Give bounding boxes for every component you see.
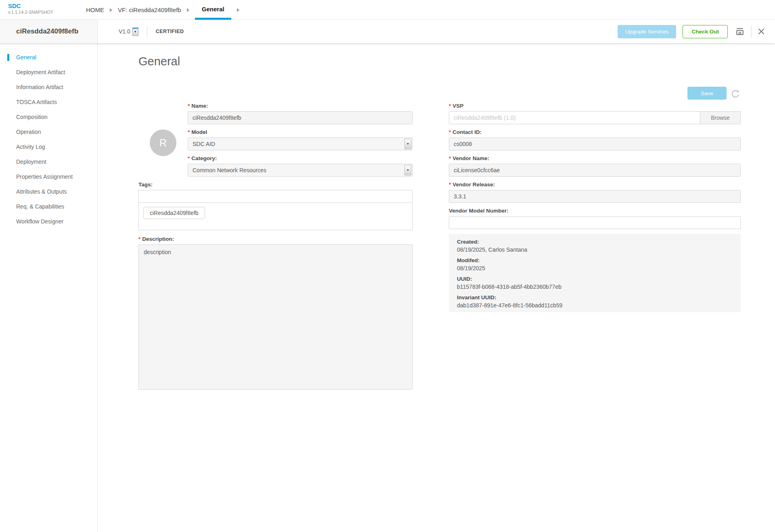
sidebar-item-deployment[interactable]: Deployment — [0, 154, 97, 169]
sidebar-item-tosca-artifacts[interactable]: TOSCA Artifacts — [0, 95, 97, 110]
created-label: Created: — [457, 239, 733, 245]
model-label: *Model — [188, 129, 413, 135]
contact-id-input[interactable] — [449, 138, 741, 150]
vendor-model-number-field-group: Vendor Model Number: — [449, 208, 741, 229]
breadcrumb-arrow-icon — [187, 8, 189, 12]
breadcrumb-home[interactable]: HOME — [86, 6, 104, 13]
version-select[interactable] — [132, 27, 138, 36]
brand-version: v.1.1.14.2-SNAPSHOT — [8, 10, 53, 15]
sidebar-item-properties-assignment[interactable]: Properties Assignment — [0, 169, 97, 184]
required-star: * — [188, 129, 190, 135]
description-label: *Description: — [138, 236, 413, 242]
tag-chip[interactable]: ciResdda2409f8efb — [143, 207, 205, 219]
vsp-field-group: *VSP Browse — [449, 103, 741, 124]
brand-title: SDC — [8, 2, 53, 10]
vsp-row: Browse — [449, 111, 741, 124]
name-input[interactable] — [188, 111, 413, 124]
version-label: V1.0 — [119, 28, 130, 35]
breadcrumb-arrow-icon — [237, 8, 239, 12]
name-field-group: *Name: — [188, 103, 413, 124]
divider — [751, 25, 752, 38]
vendor-release-field-group: *Vendor Release: — [449, 182, 741, 203]
top-nav: SDC v.1.1.14.2-SNAPSHOT HOME VF: ciResdd… — [0, 0, 775, 20]
required-star: * — [449, 182, 451, 188]
avatar: R — [150, 129, 176, 156]
tags-input[interactable] — [139, 190, 412, 203]
save-button[interactable]: Save — [687, 87, 727, 100]
invariant-uuid-label: Invariant UUID: — [457, 294, 733, 300]
entity-name: ciResdda2409f8efb — [0, 20, 98, 43]
breadcrumb-arrow-icon — [110, 8, 112, 12]
page-title: General — [138, 53, 180, 69]
tags-label: Tags: — [138, 182, 413, 188]
lifecycle-state-badge: CERTIFIED — [156, 29, 184, 34]
chevron-down-icon[interactable] — [404, 139, 411, 149]
breadcrumb-vf[interactable]: VF: ciResdda2409f8efb — [118, 6, 181, 13]
model-select[interactable]: SDC AID — [188, 138, 413, 150]
required-star: * — [138, 236, 140, 242]
sidebar-item-workflow-designer[interactable]: Workflow Designer — [0, 214, 97, 229]
modified-value: 08/19/2025 — [457, 265, 733, 271]
sidebar-item-attributes-outputs[interactable]: Attributes & Outputs — [0, 184, 97, 199]
uuid-label: UUID: — [457, 276, 733, 282]
tags-box: ciResdda2409f8efb — [138, 190, 413, 230]
sdc-logo[interactable]: SDC v.1.1.14.2-SNAPSHOT — [8, 2, 53, 15]
vendor-name-label: *Vendor Name: — [449, 155, 741, 161]
sidebar-item-composition[interactable]: Composition — [0, 110, 97, 125]
vendor-release-label: *Vendor Release: — [449, 182, 741, 188]
sidebar-item-general[interactable]: General — [0, 50, 97, 65]
vendor-model-number-input[interactable] — [449, 216, 741, 229]
sidebar-item-deployment-artifact[interactable]: Deployment Artifact — [0, 65, 97, 80]
modified-label: Modifed: — [457, 257, 733, 263]
tags-chip-area: ciResdda2409f8efb — [139, 203, 412, 230]
refresh-icon[interactable] — [731, 89, 740, 98]
required-star: * — [449, 155, 451, 161]
contact-id-field-group: *Contact ID: — [449, 129, 741, 150]
category-select-value: Common Network Resources — [193, 167, 266, 173]
required-star: * — [188, 103, 190, 109]
description-textarea[interactable]: description — [138, 244, 413, 390]
uuid-value: b115783f-b068-4318-ab5f-4bb2360b77eb — [457, 284, 733, 290]
sidebar-item-req-capabilities[interactable]: Req. & Capabilities — [0, 199, 97, 214]
vendor-name-input[interactable] — [449, 164, 741, 177]
sidebar: General Deployment Artifact Information … — [0, 43, 98, 532]
category-label: *Category: — [188, 155, 413, 161]
required-star: * — [449, 103, 451, 109]
check-out-button[interactable]: Check Out — [683, 25, 728, 38]
required-star: * — [188, 155, 190, 161]
close-icon[interactable] — [758, 28, 765, 35]
browse-button[interactable]: Browse — [700, 111, 741, 124]
sidebar-item-operation[interactable]: Operation — [0, 125, 97, 140]
contact-id-label: *Contact ID: — [449, 129, 741, 135]
sidebar-item-information-artifact[interactable]: Information Artifact — [0, 80, 97, 95]
model-select-value: SDC AID — [193, 141, 215, 147]
description-field-group: *Description: description — [138, 236, 413, 391]
divider — [147, 26, 147, 37]
created-value: 08/19/2025, Carlos Santana — [457, 246, 733, 253]
required-star: * — [449, 129, 451, 135]
invariant-uuid-value: dab1d387-891e-47e6-8fc1-56badd11cb59 — [457, 302, 733, 309]
name-label: *Name: — [188, 103, 413, 109]
vsp-label: *VSP — [449, 103, 741, 109]
vsp-input[interactable] — [449, 111, 700, 124]
chevron-down-icon[interactable] — [404, 165, 411, 175]
vendor-model-number-label: Vendor Model Number: — [449, 208, 741, 214]
model-field-group: *Model SDC AID — [188, 129, 413, 150]
category-field-group: *Category: Common Network Resources — [188, 155, 413, 177]
metadata-box: Created: 08/19/2025, Carlos Santana Modi… — [449, 234, 741, 312]
vendor-release-input[interactable] — [449, 190, 741, 203]
tags-field-group: Tags: ciResdda2409f8efb — [138, 182, 413, 230]
category-select[interactable]: Common Network Resources — [188, 164, 413, 177]
main-content: General Save R *Name: *Model SDC AID *Ca… — [98, 43, 775, 532]
breadcrumb-general[interactable]: General — [195, 0, 231, 20]
upgrade-services-button[interactable]: Upgrade Services — [618, 25, 676, 38]
entity-header: ciResdda2409f8efb V1.0 CERTIFIED Upgrade… — [0, 20, 775, 43]
vendor-name-field-group: *Vendor Name: — [449, 155, 741, 177]
sidebar-item-activity-log[interactable]: Activity Log — [0, 140, 97, 154]
print-icon[interactable] — [735, 27, 745, 37]
entity-header-right: V1.0 CERTIFIED Upgrade Services Check Ou… — [98, 20, 775, 43]
breadcrumb: HOME VF: ciResdda2409f8efb General — [86, 0, 245, 20]
